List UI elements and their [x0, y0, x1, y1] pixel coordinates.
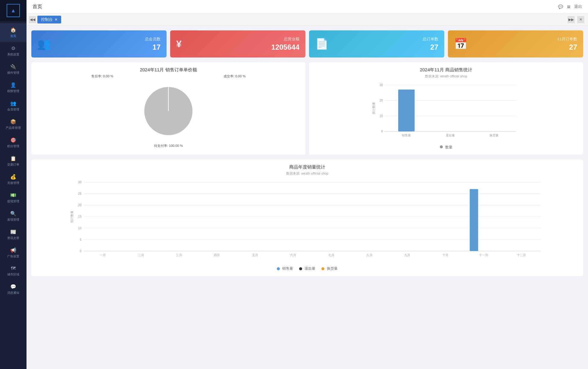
svg-text:25: 25	[78, 192, 82, 195]
tab-forward-button[interactable]: ▶▶	[568, 16, 575, 23]
message-icon: 💬	[558, 5, 563, 9]
stat-icon-total_orders: 📄	[315, 38, 329, 50]
annual-chart-title: 商品年度销量统计	[36, 164, 578, 170]
annual-legend: 销售量退款量换货量	[36, 266, 578, 271]
sidebar-item-regions[interactable]: 🗺 城市区域	[0, 262, 27, 280]
svg-rect-12	[398, 90, 415, 132]
logout-button[interactable]: 退出	[574, 4, 582, 9]
tab-prev-button[interactable]: ◀◀	[29, 16, 36, 23]
sidebar-nav: 🏠 首页 ⚙ 系统设置 🔌 插件管理 👤 权限管理 👥 会员管理 📦 产品库管理…	[0, 21, 27, 299]
monthly-legend: 数量	[314, 145, 578, 150]
logout-label: 退出	[574, 4, 582, 9]
sidebar-item-settings[interactable]: ⚙ 系统设置	[0, 42, 27, 60]
stat-card-total_members: 👥 总会员数 17	[31, 30, 167, 57]
tab-close-button[interactable]: ✕	[55, 17, 58, 22]
legend-dot-销售量	[277, 267, 280, 270]
sidebar-item-products[interactable]: 📦 产品库管理	[0, 115, 27, 134]
svg-text:五月: 五月	[252, 253, 258, 257]
page-title: 首页	[33, 4, 42, 10]
svg-text:15: 15	[78, 215, 82, 218]
nav-icon-home: 🏠	[10, 27, 16, 33]
annual-chart-container: 051015202530统计数量一月二月三月四月五月六月七月八月九月十月十一月十…	[36, 179, 578, 264]
legend-label-退款量: 退款量	[305, 266, 315, 271]
nav-icon-messages: 💬	[10, 284, 16, 290]
svg-text:十月: 十月	[443, 253, 449, 257]
sidebar-item-points[interactable]: 🎯 积分管理	[0, 134, 27, 152]
legend-label-销售量: 销售量	[282, 266, 293, 271]
sidebar-item-withdraw[interactable]: 💵 提现管理	[0, 189, 27, 207]
svg-text:八月: 八月	[366, 253, 372, 257]
stat-info-total_members: 总会员数 17	[56, 36, 161, 51]
nav-icon-permissions: 👤	[10, 82, 16, 88]
stat-value-total_orders: 27	[333, 43, 438, 51]
sidebar-item-members[interactable]: 👥 会员管理	[0, 97, 27, 115]
annual-bar-svg: 051015202530统计数量一月二月三月四月五月六月七月八月九月十月十一月十…	[36, 179, 578, 264]
nav-label-permissions: 权限管理	[7, 89, 19, 93]
svg-text:二月: 二月	[138, 253, 144, 257]
tab-nav-end: ▶▶ ✕	[568, 16, 586, 23]
svg-text:销售量: 销售量	[402, 134, 411, 137]
svg-text:十一月: 十一月	[479, 253, 488, 257]
nav-icon-orders: 📋	[10, 156, 16, 161]
legend-dot-换货量	[321, 267, 324, 270]
stat-card-total_revenue: ¥ 总营业额 1205644	[170, 30, 305, 57]
pie-completed-label: 成交率: 0.00 %	[224, 74, 246, 79]
monthly-chart-title: 2024年11月 商品销售统计	[314, 67, 578, 73]
monthly-bar-container: 0102030统计数量销售量退款量换货量	[314, 82, 578, 142]
stat-label-total_orders: 总订单数	[333, 36, 438, 42]
sidebar-item-permissions[interactable]: 👤 权限管理	[0, 79, 27, 97]
sidebar: 🏠 首页 ⚙ 系统设置 🔌 插件管理 👤 权限管理 👥 会员管理 📦 产品库管理…	[0, 0, 27, 369]
tab-console[interactable]: 控制台 ✕	[37, 16, 61, 23]
screen-icon: 🖥	[567, 5, 571, 9]
nav-icon-discover: 🔍	[10, 211, 16, 216]
monthly-legend-item: 数量	[440, 145, 452, 150]
sidebar-item-messages[interactable]: 💬 消息通知	[0, 280, 27, 299]
stat-info-total_orders: 总订单数 27	[333, 36, 438, 51]
sidebar-item-recharge[interactable]: 💰 充值管理	[0, 170, 27, 189]
screen-button[interactable]: 🖥	[567, 5, 571, 9]
header: 首页 💬 🖥 退出	[27, 0, 588, 14]
svg-text:九月: 九月	[404, 253, 410, 257]
svg-text:统计数量: 统计数量	[70, 211, 74, 223]
stat-info-total_revenue: 总营业额 1205644	[186, 36, 299, 51]
pie-refund-label: 售后率: 0.00 %	[91, 74, 113, 79]
nav-icon-ads: 📢	[10, 247, 16, 253]
svg-text:20: 20	[380, 99, 383, 102]
nav-label-points: 积分管理	[7, 144, 19, 148]
svg-text:5: 5	[80, 238, 82, 241]
nav-label-withdraw: 提现管理	[7, 199, 19, 203]
sidebar-item-news[interactable]: 📰 资讯文章	[0, 225, 27, 244]
tab-bar: ◀◀ 控制台 ✕ ▶▶ ✕	[27, 14, 588, 26]
legend-item-销售量: 销售量	[277, 266, 293, 271]
nav-label-members: 会员管理	[7, 107, 19, 112]
svg-text:10: 10	[78, 227, 82, 230]
svg-text:三月: 三月	[176, 253, 182, 257]
sidebar-item-orders[interactable]: 📋 交易订单	[0, 152, 27, 170]
stat-value-total_revenue: 1205644	[186, 43, 299, 51]
nav-icon-products: 📦	[10, 119, 16, 125]
message-button[interactable]: 💬	[558, 5, 563, 9]
logo-icon	[7, 4, 20, 17]
svg-text:10: 10	[380, 114, 383, 118]
stat-label-total_revenue: 总营业额	[186, 36, 299, 42]
pie-chart-panel: 2024年11月 销售订单单价额 售后率: 0.00 % 成交率: 0.00 %…	[31, 62, 305, 155]
main-area: 首页 💬 🖥 退出 ◀◀ 控制台 ✕ ▶▶ ✕ 👥 总会	[27, 0, 588, 369]
tab-close-all-button[interactable]: ✕	[577, 16, 584, 23]
legend-label-换货量: 换货量	[327, 266, 338, 271]
sidebar-item-plugins[interactable]: 🔌 插件管理	[0, 60, 27, 79]
page-content: 👥 总会员数 17 ¥ 总营业额 1205644 📄 总订单数 27 📅 11月…	[27, 26, 588, 369]
svg-text:一月: 一月	[100, 253, 106, 257]
annual-chart-panel: 商品年度销量统计 数据来源: weath official shop 05101…	[31, 160, 583, 276]
svg-rect-42	[470, 189, 478, 251]
sidebar-item-home[interactable]: 🏠 首页	[0, 23, 27, 42]
sidebar-item-discover[interactable]: 🔍 发现管理	[0, 207, 27, 225]
pie-labels: 售后率: 0.00 % 成交率: 0.00 %	[36, 74, 301, 79]
stat-icon-total_members: 👥	[37, 38, 51, 50]
monthly-bar-svg: 0102030统计数量销售量退款量换货量	[314, 82, 578, 142]
svg-text:0: 0	[80, 250, 82, 253]
stat-value-total_members: 17	[56, 43, 161, 51]
sidebar-item-ads[interactable]: 📢 广告设置	[0, 244, 27, 262]
header-actions: 💬 🖥 退出	[558, 4, 582, 9]
svg-text:换货量: 换货量	[489, 134, 499, 137]
pie-chart-title: 2024年11月 销售订单单价额	[36, 67, 301, 73]
